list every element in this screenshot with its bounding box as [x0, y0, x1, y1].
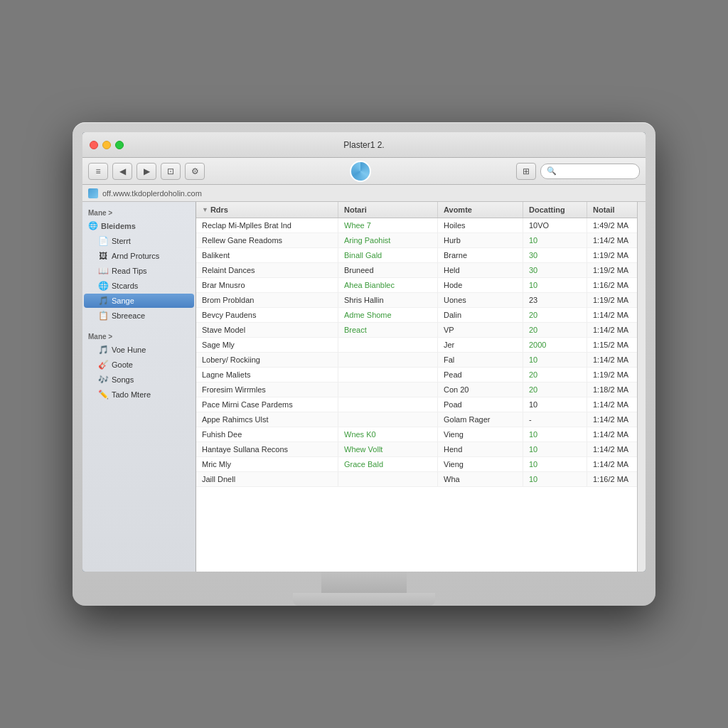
- table-cell: Adme Shome: [338, 308, 438, 322]
- window-title: Plaster1 2.: [343, 140, 384, 150]
- search-input[interactable]: [560, 167, 633, 176]
- table-cell: 20: [523, 308, 587, 322]
- table-cell: [338, 397, 438, 412]
- table-cell: 23: [523, 293, 587, 307]
- table-cell: Hoiles: [438, 218, 523, 232]
- sidebar-section-2: Mane >: [82, 328, 196, 342]
- sidebar-item-sterrt[interactable]: 📄 Sterrt: [84, 234, 194, 248]
- table-cell: Vieng: [438, 427, 523, 441]
- back-button[interactable]: ◀: [112, 163, 132, 180]
- list-view-button[interactable]: ≡: [88, 163, 108, 180]
- table-row[interactable]: Fuhish DeeWnes K0Vieng101:14/2 MA: [196, 427, 637, 442]
- minimize-button[interactable]: [102, 141, 111, 149]
- image-icon: 🖼: [98, 251, 108, 261]
- table-body: Reclap Mi-Mplles Brat IndWhee 7Hoiles10V…: [196, 218, 637, 572]
- toolbar: ≡ ◀ ▶ ⊡ ⚙ ⊞ 🔍: [82, 158, 646, 185]
- table-cell: 1:16/2 MA: [587, 278, 637, 292]
- scrollbar[interactable]: [637, 202, 646, 572]
- table-cell: Hantaye Sullana Recons: [196, 442, 338, 456]
- table-row[interactable]: Bevcy PaudensAdme ShomeDalin201:14/2 MA: [196, 308, 637, 323]
- table-row[interactable]: Jaill DnellWha101:16/2 MA: [196, 472, 637, 487]
- table-cell: 1:16/2 MA: [587, 472, 637, 486]
- maximize-button[interactable]: [115, 141, 124, 149]
- col-header-notail[interactable]: Notail: [587, 202, 637, 218]
- table-cell: 1:14/2 MA: [587, 397, 637, 412]
- table-row[interactable]: Froresim WirrmlesCon 20201:18/2 MA: [196, 382, 637, 397]
- col-header-notari[interactable]: Notari: [338, 202, 438, 218]
- content-area: ▼ Rdrs Notari Avomte Docatting Notail: [196, 202, 637, 572]
- share-button[interactable]: ⊡: [161, 163, 181, 180]
- sidebar-item-tado[interactable]: ✏️ Tado Mtere: [84, 387, 194, 402]
- table-row[interactable]: Relaint DancesBruneedHeld301:19/2 MA: [196, 263, 637, 278]
- table-cell: VP: [438, 323, 523, 337]
- cards-icon: 🌐: [98, 281, 108, 291]
- table-row[interactable]: Hantaye Sullana ReconsWhew VolltHend101:…: [196, 442, 637, 457]
- table-row[interactable]: Brom ProbldanShris HallinUones231:19/2 M…: [196, 293, 637, 308]
- table-cell: -: [523, 412, 587, 427]
- sidebar-item-stcards[interactable]: 🌐 Stcards: [84, 279, 194, 293]
- table-row[interactable]: Pace Mirni Case PardemsPoad101:14/2 MA: [196, 397, 637, 412]
- sidebar: Mane > 🌐 Bleidems 📄 Sterrt 🖼 Arnd Protur…: [82, 202, 196, 572]
- table-row[interactable]: Stave ModelBreactVP201:14/2 MA: [196, 323, 637, 338]
- table-row[interactable]: Brar MnusroAhea BianblecHode101:16/2 MA: [196, 278, 637, 293]
- table-cell: [338, 368, 438, 382]
- close-button[interactable]: [90, 141, 98, 149]
- table-row[interactable]: Reclap Mi-Mplles Brat IndWhee 7Hoiles10V…: [196, 218, 637, 233]
- table-cell: Pead: [438, 368, 523, 382]
- col-header-rdrs[interactable]: ▼ Rdrs: [196, 202, 338, 218]
- pencil-icon: ✏️: [98, 390, 108, 400]
- sidebar-item-arnd[interactable]: 🖼 Arnd Proturcs: [84, 249, 194, 263]
- table-cell: Vieng: [438, 457, 523, 471]
- table-cell: 30: [523, 263, 587, 277]
- table-row[interactable]: Lobery/ RockiingFal101:14/2 MA: [196, 353, 637, 368]
- table-cell: Breact: [338, 323, 438, 337]
- table-cell: Con 20: [438, 382, 523, 397]
- table-header: ▼ Rdrs Notari Avomte Docatting Notail: [196, 202, 637, 218]
- table-cell: 1:14/2 MA: [587, 412, 637, 427]
- sidebar-item-goote[interactable]: 🎸 Goote: [84, 358, 194, 372]
- table-cell: Whew Vollt: [338, 442, 438, 456]
- search-box[interactable]: 🔍: [540, 164, 640, 179]
- book-icon: 📖: [98, 266, 108, 276]
- table-cell: Wnes K0: [338, 427, 438, 441]
- table-cell: 1:14/2 MA: [587, 233, 637, 247]
- table-cell: 10: [523, 457, 587, 471]
- sidebar-item-sbreeace[interactable]: 📋 Sbreeace: [84, 309, 194, 323]
- avatar: [350, 161, 371, 182]
- forward-button[interactable]: ▶: [136, 163, 156, 180]
- table-cell: Hurb: [438, 233, 523, 247]
- table-cell: 10: [523, 472, 587, 486]
- sidebar-item-songs[interactable]: 🎶 Songs: [84, 373, 194, 387]
- table-row[interactable]: Sage MlyJer20001:15/2 MA: [196, 338, 637, 353]
- list-icon: 📋: [98, 311, 108, 321]
- table-cell: Bevcy Paudens: [196, 308, 338, 322]
- col-header-docatting[interactable]: Docatting: [523, 202, 587, 218]
- sidebar-item-sange[interactable]: 🎵 Sange: [84, 294, 194, 308]
- table-cell: 20: [523, 368, 587, 382]
- col-header-avomte[interactable]: Avomte: [438, 202, 523, 218]
- table-row[interactable]: Mric MlyGrace BaldVieng101:14/2 MA: [196, 457, 637, 472]
- sidebar-item-read-tips[interactable]: 📖 Read Tips: [84, 264, 194, 278]
- table-row[interactable]: BalikentBinall GaldBrarne301:19/2 MA: [196, 248, 637, 263]
- table-cell: 2000: [523, 338, 587, 352]
- table-row[interactable]: Rellew Gane ReadomsAring PaohistHurb101:…: [196, 233, 637, 248]
- table-row[interactable]: Appe Rahimcs UlstGolam Rager-1:14/2 MA: [196, 412, 637, 427]
- monitor-stand-base: [293, 593, 435, 606]
- table-cell: Hode: [438, 278, 523, 292]
- table-cell: Pace Mirni Case Pardems: [196, 397, 338, 412]
- table-cell: Ahea Bianblec: [338, 278, 438, 292]
- table-row[interactable]: Lagne MalietsPead201:19/2 MA: [196, 368, 637, 382]
- table-cell: 30: [523, 248, 587, 262]
- table-cell: 1:18/2 MA: [587, 382, 637, 397]
- addressbar: off.www.tkdoplerdoholin.com: [82, 185, 646, 202]
- table-cell: [338, 412, 438, 427]
- table-cell: 10: [523, 278, 587, 292]
- table-cell: [338, 338, 438, 352]
- sidebar-item-voe-hune[interactable]: 🎵 Voe Hune: [84, 343, 194, 357]
- table-cell: 10: [523, 397, 587, 412]
- split-view-button[interactable]: ⊞: [516, 163, 536, 180]
- table-cell: Binall Gald: [338, 248, 438, 262]
- table-cell: 1:49/2 MA: [587, 218, 637, 232]
- table-cell: [338, 472, 438, 486]
- settings-button[interactable]: ⚙: [185, 163, 205, 180]
